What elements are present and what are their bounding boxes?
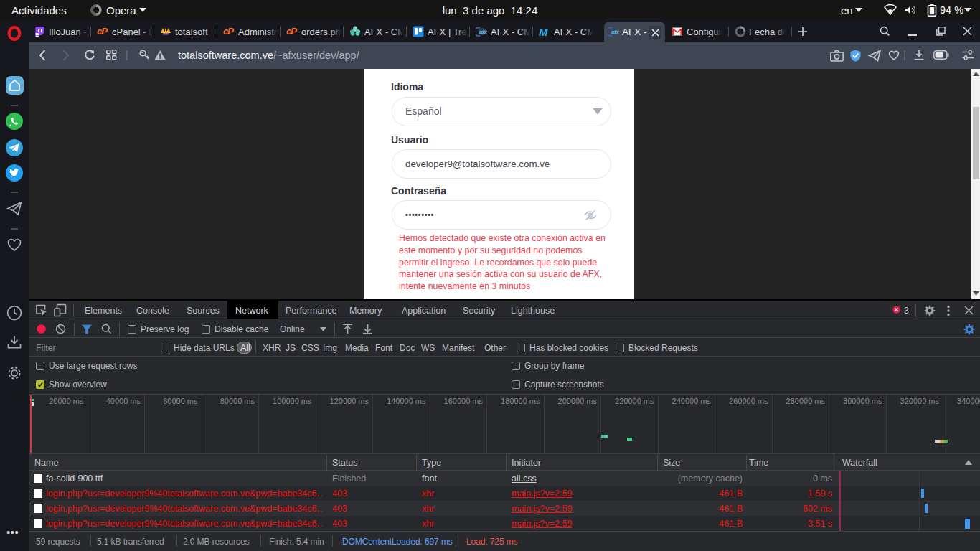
svg-text:afx: afx [611, 29, 620, 35]
svg-text:afx: afx [479, 29, 488, 35]
